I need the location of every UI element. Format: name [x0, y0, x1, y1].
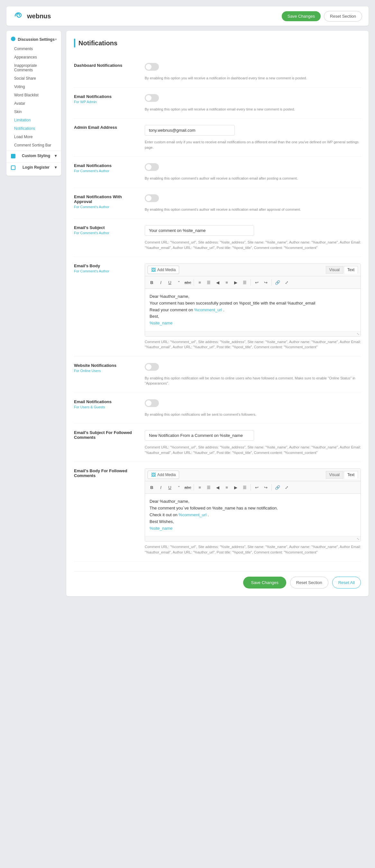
italic-button-body[interactable]: I [156, 278, 165, 286]
add-media-label-followed: Add Media [157, 472, 176, 477]
link-button-followed[interactable]: 🔗 [273, 483, 282, 492]
view-tab-text-body[interactable]: Text [344, 266, 358, 274]
discussion-icon-circle [11, 37, 16, 41]
add-media-button-body[interactable]: 🖼 Add Media [148, 266, 179, 274]
italic-button-followed[interactable]: I [156, 483, 165, 492]
ol-button-body[interactable]: ☰ [205, 278, 213, 286]
ul-button-followed[interactable]: ≡ [196, 483, 204, 492]
label-title-admin-email: Admin Email Address [74, 125, 138, 130]
redo-button-body[interactable]: ↪ [261, 278, 270, 286]
view-tab-visual-body[interactable]: Visual [326, 266, 343, 274]
editor-resize-body: ⤡ [145, 331, 360, 336]
label-emails-subject-followed: Email's Subject For Followed Comments [74, 430, 138, 441]
align-left-button-followed[interactable]: ◀ [213, 483, 222, 492]
logo-icon [13, 10, 24, 22]
custom-styling-header[interactable]: Custom Styling ▾ [6, 151, 61, 161]
ol-button-followed[interactable]: ☰ [205, 483, 213, 492]
custom-styling-icon-shape [11, 154, 16, 158]
save-changes-button-top[interactable]: Save Changes [282, 11, 321, 21]
add-media-button-followed[interactable]: 🖼 Add Media [148, 471, 179, 479]
emails-subject-followed-input[interactable] [145, 430, 254, 441]
toggle-website-notifications[interactable] [145, 363, 159, 371]
view-tab-visual-followed[interactable]: Visual [326, 471, 343, 479]
toolbar-sep2-body [251, 279, 251, 286]
discussion-settings-header[interactable]: Discussion Settings ▾ [6, 34, 61, 45]
editor-content-body[interactable]: Dear %author_name, Your comment has been… [145, 289, 360, 331]
custom-styling-icon [11, 154, 17, 158]
sidebar-item-inappropriate-comments[interactable]: Inappropriate Comments [6, 61, 61, 74]
editor-wrapper-body: 🖼 Add Media Visual Text B I U [145, 264, 361, 337]
comment-url-link-followed[interactable]: %comment_url [178, 513, 206, 517]
page-title: Notifications [79, 39, 117, 47]
save-changes-button-bottom[interactable]: Save Changes [243, 577, 286, 589]
admin-email-input[interactable] [145, 125, 235, 135]
strikethrough-button-body[interactable]: abc [184, 278, 192, 286]
undo-button-followed[interactable]: ↩ [253, 483, 261, 492]
sidebar-item-load-more[interactable]: Load More [6, 133, 61, 141]
site-name-link-followed[interactable]: %site_name [149, 526, 173, 531]
fullscreen-button-followed[interactable]: ⤢ [282, 483, 291, 492]
align-full-button-body[interactable]: ☰ [240, 278, 249, 286]
sidebar-item-word-blacklist[interactable]: Word Blacklist [6, 91, 61, 99]
align-center-button-followed[interactable]: ≡ [223, 483, 231, 492]
undo-button-body[interactable]: ↩ [253, 278, 261, 286]
sidebar-item-skin[interactable]: Skin [6, 107, 61, 116]
link-button-body[interactable]: 🔗 [273, 278, 282, 286]
strikethrough-button-followed[interactable]: abc [184, 483, 192, 492]
toggle-email-notifications-approval[interactable] [145, 194, 159, 202]
toggle-email-notifications-admin[interactable] [145, 94, 159, 102]
sidebar-item-comment-sorting-bar[interactable]: Comment Sorting Bar [6, 141, 61, 149]
sidebar-item-limitation[interactable]: Limitation [6, 116, 61, 124]
view-tab-text-followed[interactable]: Text [344, 471, 358, 479]
add-media-label-body: Add Media [157, 268, 176, 272]
bold-button-followed[interactable]: B [148, 483, 156, 492]
site-name-link-body[interactable]: %site_name [149, 320, 173, 326]
control-email-notifications-author: By enabling this option comment's author… [145, 163, 361, 181]
label-title-email-notifications-author: Email Notifications [74, 163, 138, 168]
emails-subject-input[interactable] [145, 225, 254, 236]
toggle-email-notifications-users[interactable] [145, 399, 159, 407]
label-title-emails-body: Email's Body [74, 264, 138, 268]
resize-handle-body[interactable]: ⤡ [357, 332, 359, 336]
editor-content-body-followed[interactable]: Dear %author_name, The comment you`ve fo… [145, 494, 360, 536]
align-left-button-body[interactable]: ◀ [213, 278, 222, 286]
sidebar-item-notifications[interactable]: Notifications [6, 124, 61, 133]
align-center-button-body[interactable]: ≡ [223, 278, 231, 286]
align-right-button-followed[interactable]: ▶ [232, 483, 240, 492]
control-emails-body-followed: 🖼 Add Media Visual Text B I U [145, 468, 361, 555]
editor-toolbar-top-body: 🖼 Add Media Visual Text [145, 264, 360, 276]
label-sub-email-notifications-author: For Comment's Author [74, 169, 138, 173]
sidebar-item-social-share[interactable]: Social Share [6, 74, 61, 83]
reset-all-button-bottom[interactable]: Reset All [332, 577, 361, 589]
sidebar-item-appearances[interactable]: Appearances [6, 53, 61, 61]
quote-button-body[interactable]: " [175, 278, 183, 286]
redo-button-followed[interactable]: ↪ [261, 483, 270, 492]
logo: webnus [13, 10, 51, 22]
desc-website-notifications: By enabling this option notification wil… [145, 375, 361, 386]
align-right-button-body[interactable]: ▶ [232, 278, 240, 286]
row-emails-subject-followed: Email's Subject For Followed Comments Co… [74, 424, 361, 462]
fullscreen-button-body[interactable]: ⤢ [282, 278, 291, 286]
reset-section-button-top[interactable]: Reset Section [324, 11, 362, 22]
toggle-email-notifications-author[interactable] [145, 163, 159, 171]
resize-handle-followed[interactable]: ⤡ [357, 537, 359, 541]
comment-url-link-body[interactable]: %comment_url [194, 307, 222, 312]
sidebar-item-comments[interactable]: Comments [6, 45, 61, 53]
toolbar-sep3-followed [271, 484, 272, 491]
control-emails-subject-followed: Comment URL: "%comment_url", Site addres… [145, 430, 361, 455]
sidebar-item-avatar[interactable]: Avatar [6, 99, 61, 107]
underline-button-followed[interactable]: U [166, 483, 174, 492]
media-icon-body: 🖼 [151, 267, 156, 272]
align-full-button-followed[interactable]: ☰ [240, 483, 249, 492]
toggle-dashboard-notifications[interactable] [145, 63, 159, 71]
toggle-slider-dashboard [145, 63, 159, 71]
underline-button-body[interactable]: U [166, 278, 174, 286]
ul-button-body[interactable]: ≡ [196, 278, 204, 286]
sidebar-item-voting[interactable]: Voting [6, 83, 61, 91]
quote-button-followed[interactable]: " [175, 483, 183, 492]
login-register-header[interactable]: Login Register ▾ [6, 162, 61, 173]
reset-section-button-bottom[interactable]: Reset Section [290, 577, 328, 589]
control-email-notifications-approval: By enabling this option comment's author… [145, 194, 361, 212]
bold-button-body[interactable]: B [148, 278, 156, 286]
media-icon-followed: 🖼 [151, 472, 156, 477]
